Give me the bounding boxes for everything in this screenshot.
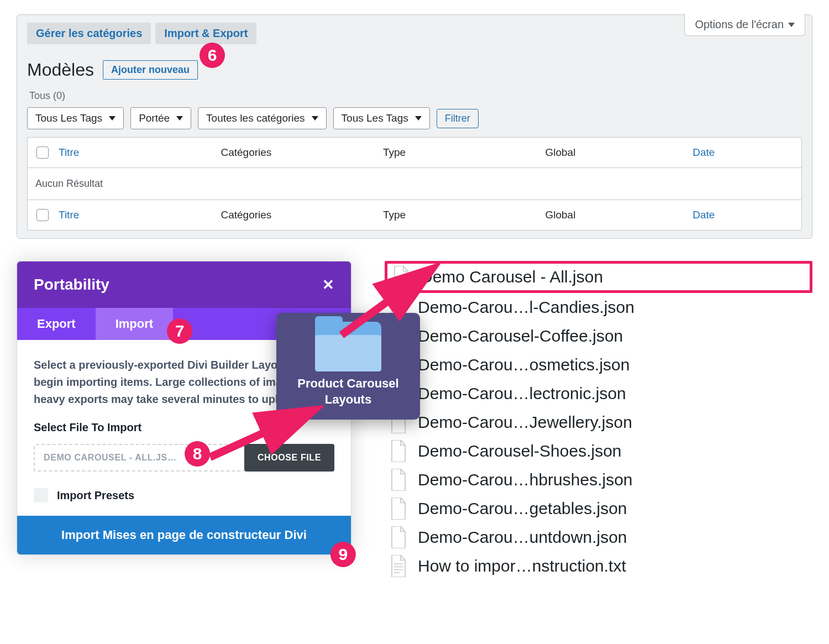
col-global: Global xyxy=(545,209,692,221)
choose-file-button[interactable]: CHOOSE FILE xyxy=(244,444,334,472)
categories-select[interactable]: Toutes les catégories xyxy=(198,107,327,129)
file-name: How to impor…nstruction.txt xyxy=(418,557,626,575)
file-item[interactable]: How to impor…nstruction.txt xyxy=(385,552,812,580)
screen-options-button[interactable]: Options de l'écran xyxy=(684,14,805,36)
step-badge-6: 6 xyxy=(200,43,225,68)
col-categories: Catégories xyxy=(221,209,382,221)
file-item-highlighted[interactable]: Demo Carousel - All.json xyxy=(385,261,812,293)
no-results-row: Aucun Résultat xyxy=(28,168,801,200)
modal-title: Portability xyxy=(34,276,109,294)
close-icon[interactable]: ✕ xyxy=(322,276,334,294)
col-title[interactable]: Titre xyxy=(59,146,221,159)
file-item[interactable]: Demo-Carou…lectronic.json xyxy=(385,379,812,408)
col-global: Global xyxy=(545,146,692,159)
layouts-table: Titre Catégories Type Global Date Aucun … xyxy=(27,137,802,231)
file-item[interactable]: Demo-Carousel-Shoes.json xyxy=(385,437,812,465)
chevron-down-icon xyxy=(109,116,116,121)
step-badge-7: 7 xyxy=(167,318,192,344)
filter-button[interactable]: Filtrer xyxy=(437,109,479,128)
page-title: Modèles xyxy=(27,60,94,80)
file-item[interactable]: Demo-Carou…Jewellery.json xyxy=(385,408,812,437)
tags-select-1[interactable]: Tous Les Tags xyxy=(27,107,124,129)
file-item[interactable]: Demo-Carousel-Coffee.json xyxy=(385,322,812,350)
folder-label: Product Carousel Layouts xyxy=(283,376,413,407)
file-item[interactable]: Demo-Carou…l-Candies.json xyxy=(385,293,812,322)
text-document-icon xyxy=(389,555,408,577)
modal-header: Portability ✕ xyxy=(17,261,351,308)
file-name: Demo-Carou…osmetics.json xyxy=(418,355,629,374)
document-icon xyxy=(389,440,408,462)
folder-icon xyxy=(315,322,381,371)
file-name: Demo Carousel - All.json xyxy=(421,268,603,286)
col-categories: Catégories xyxy=(221,146,382,159)
tags-select-2[interactable]: Tous Les Tags xyxy=(333,107,430,129)
file-item[interactable]: Demo-Carou…osmetics.json xyxy=(385,350,812,379)
step-badge-8: 8 xyxy=(185,441,210,467)
chevron-down-icon xyxy=(415,116,422,121)
import-submit-button[interactable]: Import Mises en page de constructeur Div… xyxy=(17,516,351,554)
add-new-button[interactable]: Ajouter nouveau xyxy=(103,60,198,80)
select-all-checkbox-footer[interactable] xyxy=(36,209,49,221)
file-name: Demo-Carou…l-Candies.json xyxy=(418,298,634,317)
manage-categories-tab[interactable]: Gérer les catégories xyxy=(27,23,151,44)
file-name: Demo-Carou…untdown.json xyxy=(418,528,627,547)
col-type: Type xyxy=(383,209,545,221)
file-name: Demo-Carousel-Coffee.json xyxy=(418,327,623,345)
step-badge-9: 9 xyxy=(330,542,356,567)
selected-file-name: DEMO CAROUSEL - ALL.JS… xyxy=(34,444,244,472)
col-title[interactable]: Titre xyxy=(59,209,221,221)
all-filter[interactable]: Tous (0) xyxy=(29,90,65,102)
document-icon xyxy=(389,469,408,491)
table-header-row: Titre Catégories Type Global Date xyxy=(28,138,801,168)
scope-select[interactable]: Portée xyxy=(130,107,191,129)
library-panel: Options de l'écran Gérer les catégories … xyxy=(17,14,812,239)
file-name: Demo-Carousel-Shoes.json xyxy=(418,442,622,460)
file-name: Demo-Carou…hbrushes.json xyxy=(418,470,633,489)
file-name: Demo-Carou…Jewellery.json xyxy=(418,413,632,432)
file-name: Demo-Carou…lectronic.json xyxy=(418,384,626,403)
screen-options-label: Options de l'écran xyxy=(695,18,784,31)
document-icon xyxy=(389,526,408,548)
chevron-down-icon xyxy=(176,116,183,121)
file-item[interactable]: Demo-Carou…untdown.json xyxy=(385,523,812,552)
table-footer-row: Titre Catégories Type Global Date xyxy=(28,200,801,230)
import-presets-checkbox[interactable] xyxy=(34,488,48,502)
import-presets-label: Import Presets xyxy=(57,489,134,502)
caret-down-icon xyxy=(788,23,795,27)
document-icon xyxy=(392,266,411,288)
files-list: Demo Carousel - All.json Demo-Carou…l-Ca… xyxy=(385,261,812,580)
folder-card[interactable]: Product Carousel Layouts xyxy=(276,313,420,420)
col-date[interactable]: Date xyxy=(692,146,796,159)
file-name: Demo-Carou…getables.json xyxy=(418,499,627,518)
col-date[interactable]: Date xyxy=(692,209,796,221)
select-all-checkbox[interactable] xyxy=(36,146,49,159)
chevron-down-icon xyxy=(312,116,318,121)
file-item[interactable]: Demo-Carou…getables.json xyxy=(385,494,812,523)
file-item[interactable]: Demo-Carou…hbrushes.json xyxy=(385,465,812,494)
col-type: Type xyxy=(383,146,545,159)
document-icon xyxy=(389,498,408,520)
tab-import[interactable]: Import xyxy=(96,308,173,340)
import-export-tab[interactable]: Import & Export xyxy=(155,23,256,44)
select-file-label: Select File To Import xyxy=(34,421,334,434)
tab-export[interactable]: Export xyxy=(17,308,96,340)
